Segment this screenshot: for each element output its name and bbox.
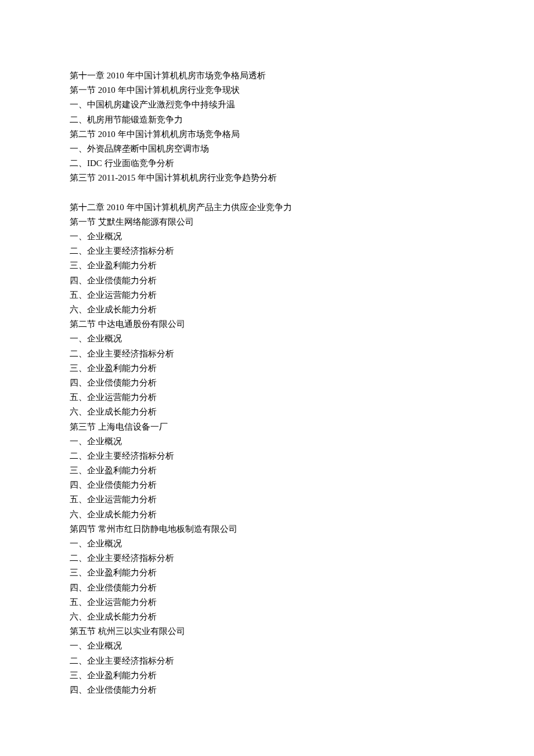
text-line: 第十一章 2010 年中国计算机机房市场竞争格局透析 — [70, 69, 464, 83]
text-line: 六、企业成长能力分析 — [70, 405, 464, 419]
text-line: 二、企业主要经济指标分析 — [70, 449, 464, 463]
document-body: 第十一章 2010 年中国计算机机房市场竞争格局透析第一节 2010 年中国计算… — [70, 69, 464, 697]
text-line: 第一节 2010 年中国计算机机房行业竞争现状 — [70, 83, 464, 98]
text-line: 四、企业偿债能力分析 — [70, 478, 464, 492]
text-line: 第二节 中达电通股份有限公司 — [70, 317, 464, 332]
text-line: 三、企业盈利能力分析 — [70, 463, 464, 478]
text-line: 六、企业成长能力分析 — [70, 507, 464, 522]
text-line: 二、企业主要经济指标分析 — [70, 244, 464, 258]
text-line: 第四节 常州市红日防静电地板制造有限公司 — [70, 522, 464, 537]
text-line: 二、IDC 行业面临竞争分析 — [70, 156, 464, 171]
text-line: 二、企业主要经济指标分析 — [70, 654, 464, 668]
text-line: 一、企业概况 — [70, 434, 464, 449]
text-line: 五、企业运营能力分析 — [70, 390, 464, 405]
text-line: 三、企业盈利能力分析 — [70, 258, 464, 273]
text-line: 三、企业盈利能力分析 — [70, 566, 464, 580]
text-line: 二、机房用节能锻造新竞争力 — [70, 113, 464, 127]
text-line: 一、企业概况 — [70, 332, 464, 346]
text-line: 一、企业概况 — [70, 229, 464, 244]
text-line: 第三节 上海电信设备一厂 — [70, 420, 464, 434]
text-line: 第三节 2011-2015 年中国计算机机房行业竞争趋势分析 — [70, 171, 464, 185]
blank-line — [70, 186, 464, 200]
text-line: 六、企业成长能力分析 — [70, 610, 464, 624]
text-line: 二、企业主要经济指标分析 — [70, 347, 464, 361]
text-line: 一、企业概况 — [70, 639, 464, 653]
text-line: 二、企业主要经济指标分析 — [70, 551, 464, 566]
text-line: 一、企业概况 — [70, 537, 464, 551]
text-line: 五、企业运营能力分析 — [70, 288, 464, 303]
text-line: 六、企业成长能力分析 — [70, 303, 464, 317]
text-line: 三、企业盈利能力分析 — [70, 361, 464, 376]
text-line: 四、企业偿债能力分析 — [70, 683, 464, 697]
text-line: 一、外资品牌垄断中国机房空调市场 — [70, 142, 464, 156]
text-line: 第十二章 2010 年中国计算机机房产品主力供应企业竞争力 — [70, 200, 464, 215]
text-line: 五、企业运营能力分析 — [70, 595, 464, 610]
text-line: 五、企业运营能力分析 — [70, 492, 464, 507]
text-line: 第五节 杭州三以实业有限公司 — [70, 624, 464, 639]
text-line: 四、企业偿债能力分析 — [70, 376, 464, 390]
text-line: 第二节 2010 年中国计算机机房市场竞争格局 — [70, 127, 464, 142]
text-line: 第一节 艾默生网络能源有限公司 — [70, 215, 464, 229]
text-line: 三、企业盈利能力分析 — [70, 668, 464, 683]
text-line: 一、中国机房建设产业激烈竞争中持续升温 — [70, 98, 464, 112]
text-line: 四、企业偿债能力分析 — [70, 581, 464, 595]
text-line: 四、企业偿债能力分析 — [70, 273, 464, 288]
